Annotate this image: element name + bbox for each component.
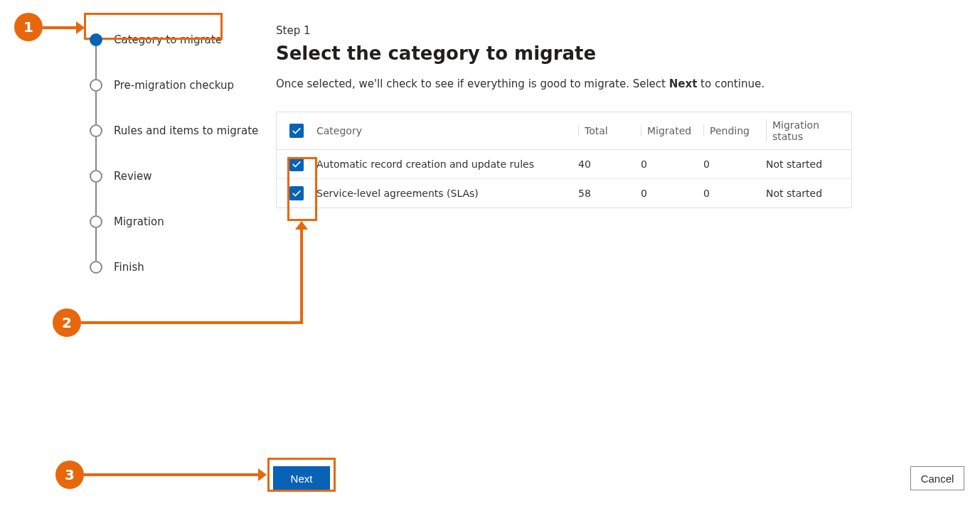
check-icon bbox=[292, 159, 302, 169]
header-status[interactable]: Migration status bbox=[766, 119, 851, 142]
cell-total: 58 bbox=[578, 188, 641, 199]
step-marker-icon bbox=[90, 261, 102, 274]
annotation-arrow-line bbox=[81, 321, 303, 324]
step-label: Migration bbox=[114, 215, 164, 228]
cell-category: Automatic record creation and update rul… bbox=[316, 158, 578, 170]
main-content: Step 1 Select the category to migrate On… bbox=[276, 24, 866, 208]
wizard-steps: Category to migrate Pre-migration checku… bbox=[90, 17, 260, 290]
header-total[interactable]: Total bbox=[578, 125, 641, 136]
step-marker-icon bbox=[90, 79, 102, 92]
annotation-arrow-line bbox=[300, 229, 303, 324]
step-number: Step 1 bbox=[276, 24, 866, 37]
cell-migrated: 0 bbox=[641, 158, 703, 170]
step-label: Pre-migration checkup bbox=[114, 79, 234, 92]
table-row[interactable]: Automatic record creation and update rul… bbox=[277, 150, 851, 179]
annotation-badge-3: 3 bbox=[55, 461, 84, 489]
table-row[interactable]: Service-level agreements (SLAs) 58 0 0 N… bbox=[277, 179, 851, 208]
header-category[interactable]: Category bbox=[316, 125, 578, 136]
cell-pending: 0 bbox=[703, 158, 766, 170]
step-pre-migration-checkup[interactable]: Pre-migration checkup bbox=[90, 63, 260, 108]
header-migrated[interactable]: Migrated bbox=[641, 125, 703, 136]
annotation-badge-1: 1 bbox=[14, 13, 43, 41]
annotation-arrow-line bbox=[43, 26, 77, 29]
step-marker-icon bbox=[90, 33, 102, 46]
cell-total: 40 bbox=[578, 158, 641, 170]
cell-status: Not started bbox=[766, 188, 851, 199]
cell-status: Not started bbox=[766, 158, 851, 170]
annotation-arrow-head-icon bbox=[76, 21, 85, 34]
step-label: Finish bbox=[114, 261, 144, 274]
annotation-badge-2: 2 bbox=[53, 308, 81, 337]
row-checkbox[interactable] bbox=[289, 157, 304, 171]
annotation-arrow-line bbox=[84, 473, 259, 476]
check-icon bbox=[292, 126, 302, 136]
step-review[interactable]: Review bbox=[90, 154, 260, 199]
next-button[interactable]: Next bbox=[273, 466, 330, 490]
step-marker-icon bbox=[90, 170, 102, 183]
header-pending[interactable]: Pending bbox=[703, 125, 766, 136]
page-description: Once selected, we'll check to see if eve… bbox=[276, 77, 866, 92]
check-icon bbox=[292, 188, 302, 198]
table-header: Category Total Migrated Pending Migratio… bbox=[277, 112, 851, 150]
cancel-button[interactable]: Cancel bbox=[910, 466, 964, 490]
select-all-checkbox[interactable] bbox=[289, 124, 304, 138]
cell-migrated: 0 bbox=[641, 188, 703, 199]
page-title: Select the category to migrate bbox=[276, 43, 866, 64]
step-migration[interactable]: Migration bbox=[90, 199, 260, 244]
step-category-to-migrate[interactable]: Category to migrate bbox=[90, 17, 260, 63]
category-table: Category Total Migrated Pending Migratio… bbox=[276, 112, 852, 208]
step-label: Category to migrate bbox=[114, 33, 222, 46]
cell-category: Service-level agreements (SLAs) bbox=[316, 188, 578, 199]
step-marker-icon bbox=[90, 124, 102, 137]
annotation-arrow-head-icon bbox=[295, 221, 308, 230]
step-finish[interactable]: Finish bbox=[90, 244, 260, 290]
cell-pending: 0 bbox=[703, 188, 766, 199]
step-label: Rules and items to migrate bbox=[114, 124, 258, 137]
step-rules-and-items[interactable]: Rules and items to migrate bbox=[90, 108, 260, 154]
annotation-arrow-head-icon bbox=[258, 468, 267, 481]
row-checkbox[interactable] bbox=[289, 186, 304, 200]
step-label: Review bbox=[114, 170, 152, 183]
step-marker-icon bbox=[90, 215, 102, 228]
